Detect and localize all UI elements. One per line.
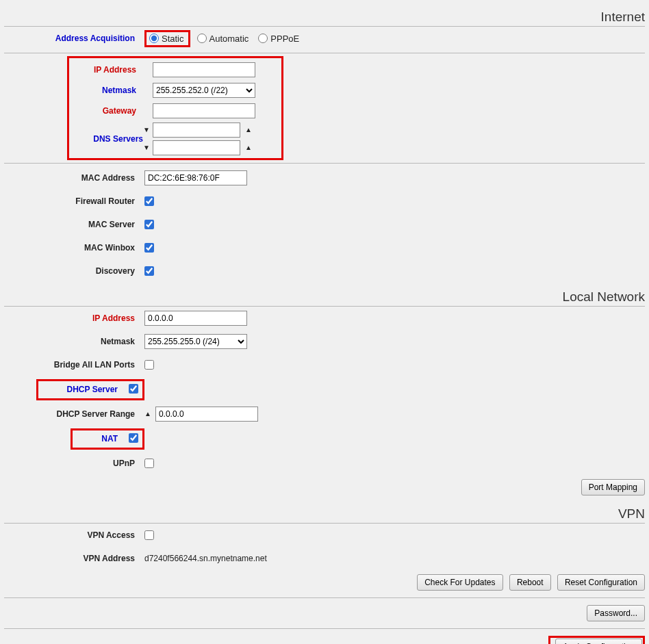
port-mapping-button[interactable]: Port Mapping [581, 479, 645, 495]
section-header-internet: Internet [4, 8, 645, 27]
dhcp-range-collapse-icon[interactable]: ▲ [144, 411, 151, 417]
mac-server-checkbox[interactable] [144, 220, 154, 229]
dns2-add-icon[interactable]: ▲ [245, 144, 252, 151]
row-dns-1: ▼ ▲ [143, 121, 279, 139]
row-vpn-access: VPN Access [4, 524, 645, 547]
vpn-address-value: d7240f566244.sn.mynetname.net [144, 554, 267, 563]
section-header-vpn: VPN [4, 505, 645, 524]
highlight-static-config: IP Address Netmask 255.255.252.0 (/22) G… [67, 56, 283, 160]
dhcp-range-label: DHCP Server Range [4, 409, 144, 419]
internet-gateway-label: Gateway [69, 106, 143, 116]
internet-gateway-input[interactable] [153, 103, 255, 118]
radio-static[interactable]: Static [149, 34, 184, 44]
firewall-router-checkbox[interactable] [144, 196, 154, 206]
row-nat: NAT [4, 426, 645, 452]
row-apply-button: Apply Configuration [4, 632, 645, 644]
bridge-lan-label: Bridge All LAN Ports [4, 360, 144, 370]
row-password-button: Password... [4, 601, 645, 626]
dns1-input[interactable] [153, 123, 240, 138]
section-header-local-network: Local Network [4, 288, 645, 307]
radio-automatic-input[interactable] [197, 34, 207, 43]
row-upnp: UPnP [4, 452, 645, 475]
internet-ip-label: IP Address [69, 65, 143, 75]
local-ip-input[interactable] [144, 311, 247, 326]
row-action-buttons-1: Check For Updates Reboot Reset Configura… [4, 570, 645, 595]
row-dhcp-range: DHCP Server Range ▲ [4, 402, 645, 426]
row-mac-address: MAC Address [4, 166, 645, 190]
radio-automatic[interactable]: Automatic [197, 34, 249, 44]
dns2-input[interactable] [153, 140, 240, 155]
radio-pppoe-input[interactable] [258, 34, 268, 43]
vpn-address-label: VPN Address [4, 554, 144, 563]
radio-static-input[interactable] [149, 34, 159, 43]
row-internet-gateway: Gateway [69, 101, 279, 121]
vpn-access-checkbox[interactable] [144, 530, 154, 540]
firewall-router-label: Firewall Router [4, 196, 144, 206]
mac-address-input[interactable] [144, 170, 247, 185]
discovery-label: Discovery [4, 266, 144, 276]
row-discovery: Discovery [4, 259, 645, 283]
dns-servers-label[interactable]: DNS Servers [93, 134, 143, 144]
upnp-label: UPnP [4, 459, 144, 468]
nat-label[interactable]: NAT [77, 434, 118, 443]
row-dns-2: ▼ ▲ [143, 139, 279, 157]
dns-servers-label-cell: DNS Servers [69, 134, 143, 144]
row-mac-winbox: MAC Winbox [4, 236, 645, 259]
row-bridge-lan: Bridge All LAN Ports [4, 353, 645, 376]
internet-netmask-label[interactable]: Netmask [69, 86, 143, 95]
highlight-apply: Apply Configuration [548, 636, 645, 644]
discovery-checkbox[interactable] [144, 266, 154, 276]
mac-winbox-checkbox[interactable] [144, 243, 154, 253]
upnp-checkbox[interactable] [144, 459, 154, 468]
row-address-acquisition: Address Acquisition Static Automatic PPP… [4, 27, 645, 50]
dhcp-server-checkbox[interactable] [129, 384, 138, 394]
row-vpn-address: VPN Address d7240f566244.sn.mynetname.ne… [4, 547, 645, 570]
vpn-access-label: VPN Access [4, 530, 144, 540]
row-firewall-router: Firewall Router [4, 190, 645, 213]
address-acquisition-field: Static Automatic PPPoE [144, 30, 645, 47]
mac-server-label: MAC Server [4, 220, 144, 229]
row-local-ip: IP Address [4, 307, 645, 330]
address-acquisition-label[interactable]: Address Acquisition [4, 34, 144, 43]
apply-configuration-button[interactable]: Apply Configuration [555, 639, 642, 644]
highlight-nat: NAT [71, 428, 144, 450]
row-mac-server: MAC Server [4, 213, 645, 236]
bridge-lan-checkbox[interactable] [144, 360, 154, 370]
dhcp-server-label[interactable]: DHCP Server [42, 385, 118, 394]
internet-ip-input[interactable] [153, 62, 255, 77]
mac-winbox-label: MAC Winbox [4, 243, 144, 253]
row-dhcp-server: DHCP Server [4, 376, 645, 402]
dns1-remove-icon[interactable]: ▼ [143, 127, 150, 133]
local-ip-label: IP Address [4, 313, 144, 323]
reboot-button[interactable]: Reboot [509, 574, 551, 591]
row-internet-netmask: Netmask 255.255.252.0 (/22) [69, 80, 279, 101]
highlight-dhcp-server: DHCP Server [36, 379, 144, 400]
row-port-mapping: Port Mapping [4, 475, 645, 500]
dns1-add-icon[interactable]: ▲ [245, 127, 252, 133]
mac-address-label: MAC Address [4, 173, 144, 183]
router-quickset-page: Internet Address Acquisition Static Auto… [0, 0, 649, 644]
password-button[interactable]: Password... [587, 605, 645, 621]
check-updates-button[interactable]: Check For Updates [417, 574, 502, 591]
radio-pppoe[interactable]: PPPoE [258, 34, 299, 44]
nat-checkbox[interactable] [129, 433, 138, 443]
internet-netmask-select[interactable]: 255.255.252.0 (/22) [153, 83, 255, 98]
row-internet-ip: IP Address [69, 60, 279, 80]
dns2-remove-icon[interactable]: ▼ [143, 144, 150, 151]
local-netmask-select[interactable]: 255.255.255.0 (/24) [144, 334, 247, 349]
dhcp-range-input[interactable] [155, 407, 258, 422]
local-netmask-label: Netmask [4, 337, 144, 346]
reset-config-button[interactable]: Reset Configuration [557, 574, 645, 591]
row-local-netmask: Netmask 255.255.255.0 (/24) [4, 330, 645, 353]
highlight-static: Static [144, 30, 190, 47]
